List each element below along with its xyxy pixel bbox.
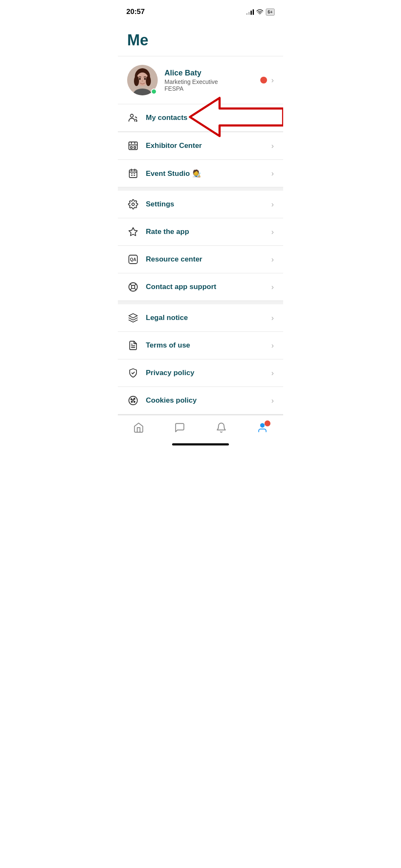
nav-notifications[interactable] — [209, 420, 234, 437]
menu-item-my-contacts[interactable]: My contacts › — [118, 104, 283, 132]
avatar-online-indicator — [151, 89, 157, 95]
menu-item-rate-app[interactable]: Rate the app › — [118, 218, 283, 246]
svg-text:QA: QA — [130, 257, 136, 262]
svg-marker-17 — [129, 228, 137, 236]
menu-item-legal-notice[interactable]: Legal notice › — [118, 304, 283, 332]
svg-point-33 — [133, 400, 134, 401]
profile-right: › — [260, 76, 274, 85]
svg-point-32 — [134, 401, 135, 403]
contact-support-chevron: › — [271, 283, 274, 292]
page-title: Me — [118, 21, 283, 56]
profile-status-dot — [260, 77, 267, 83]
profile-chevron: › — [271, 76, 274, 85]
menu-item-terms-of-use[interactable]: Terms of use › — [118, 332, 283, 359]
svg-point-21 — [131, 285, 135, 289]
nav-messages[interactable] — [167, 420, 192, 437]
home-icon — [133, 422, 144, 435]
rate-app-label: Rate the app — [146, 228, 265, 236]
legal-icon — [127, 312, 139, 324]
svg-point-4 — [134, 76, 139, 86]
event-studio-label: Event Studio 🧑‍🎨 — [146, 169, 265, 178]
cookies-policy-label: Cookies policy — [146, 396, 265, 405]
svg-point-10 — [131, 114, 134, 117]
bottom-nav — [118, 415, 283, 440]
star-icon — [127, 226, 139, 238]
nav-profile[interactable] — [250, 420, 275, 437]
status-time: 20:57 — [126, 8, 145, 16]
menu-item-event-studio[interactable]: Event Studio 🧑‍🎨 › — [118, 160, 283, 187]
settings-chevron: › — [271, 200, 274, 209]
svg-point-8 — [144, 78, 146, 80]
calendar-icon — [127, 167, 139, 179]
section-divider-2 — [118, 301, 283, 304]
svg-line-23 — [135, 289, 136, 290]
home-indicator — [172, 443, 229, 445]
terms-of-use-label: Terms of use — [146, 341, 265, 350]
section-divider-1 — [118, 187, 283, 191]
resource-center-chevron: › — [271, 255, 274, 264]
svg-point-29 — [131, 399, 132, 400]
svg-rect-15 — [129, 170, 137, 178]
messages-icon — [174, 422, 185, 435]
svg-point-7 — [139, 78, 141, 80]
svg-point-34 — [261, 423, 265, 427]
cookies-policy-chevron: › — [271, 396, 274, 405]
settings-label: Settings — [146, 200, 265, 209]
terms-of-use-chevron: › — [271, 341, 274, 350]
event-studio-chevron: › — [271, 169, 274, 178]
legal-notice-label: Legal notice — [146, 314, 265, 322]
svg-point-30 — [134, 398, 135, 400]
my-contacts-label: My contacts — [146, 114, 265, 122]
menu-item-exhibitor-center[interactable]: Exhibitor Center › — [118, 132, 283, 160]
svg-point-31 — [131, 401, 133, 403]
signal-icon — [246, 9, 254, 15]
avatar-container — [127, 65, 158, 95]
profile-name: Alice Baty — [164, 69, 253, 78]
exhibitor-center-label: Exhibitor Center — [146, 142, 265, 150]
menu-item-resource-center[interactable]: QA Resource center › — [118, 246, 283, 273]
document-icon — [127, 339, 139, 351]
legal-notice-chevron: › — [271, 314, 274, 323]
menu-item-contact-support[interactable]: Contact app support › — [118, 273, 283, 301]
contacts-icon — [127, 112, 139, 124]
resource-center-label: Resource center — [146, 255, 265, 264]
shield-icon — [127, 367, 139, 379]
my-contacts-chevron: › — [271, 114, 274, 122]
exhibitor-center-chevron: › — [271, 142, 274, 150]
profile-job-title: Marketing Executive — [164, 78, 253, 85]
profile-company: FESPA — [164, 85, 253, 92]
nav-home[interactable] — [126, 420, 151, 437]
svg-line-22 — [130, 284, 131, 285]
settings-icon — [127, 198, 139, 210]
svg-rect-13 — [131, 147, 132, 148]
exhibitor-icon — [127, 140, 139, 152]
svg-point-5 — [146, 76, 151, 86]
privacy-policy-label: Privacy policy — [146, 369, 265, 377]
support-icon — [127, 281, 139, 293]
menu-item-privacy-policy[interactable]: Privacy policy › — [118, 359, 283, 387]
rate-app-chevron: › — [271, 228, 274, 236]
privacy-policy-chevron: › — [271, 369, 274, 378]
menu-item-cookies-policy[interactable]: Cookies policy › — [118, 387, 283, 415]
menu-item-settings[interactable]: Settings › — [118, 191, 283, 218]
svg-rect-14 — [134, 147, 136, 148]
battery-icon: 6+ — [266, 8, 275, 16]
status-icons: 6+ — [246, 8, 275, 16]
profile-section[interactable]: Alice Baty Marketing Executive FESPA › — [118, 56, 283, 104]
wifi-icon — [256, 9, 263, 14]
profile-nav-badge — [265, 420, 270, 426]
status-bar: 20:57 6+ — [118, 0, 283, 21]
profile-info: Alice Baty Marketing Executive FESPA — [164, 69, 253, 92]
svg-point-16 — [132, 203, 134, 206]
notifications-icon — [216, 422, 227, 435]
svg-line-24 — [135, 284, 136, 285]
svg-line-25 — [130, 289, 131, 290]
cookie-icon — [127, 395, 139, 406]
svg-rect-12 — [129, 142, 137, 150]
contact-support-label: Contact app support — [146, 283, 265, 291]
svg-point-9 — [142, 80, 143, 82]
qa-icon: QA — [127, 253, 139, 265]
svg-point-0 — [259, 14, 260, 14]
